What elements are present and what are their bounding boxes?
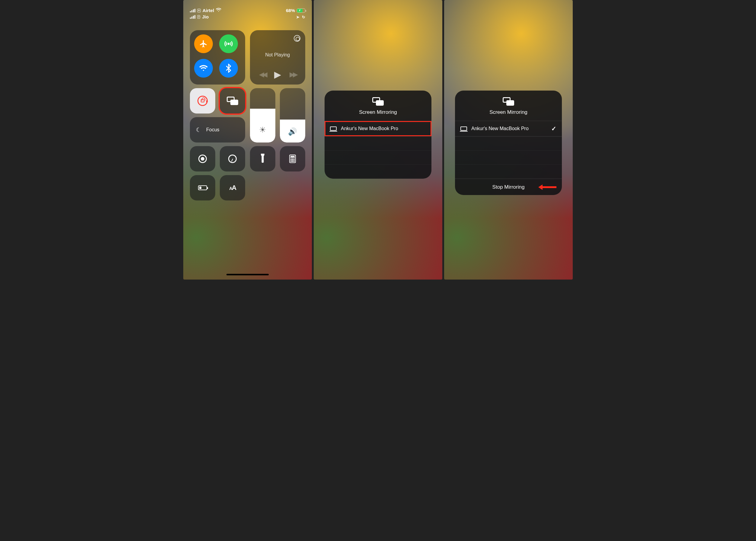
carrier2-label: Jio [202,14,209,19]
screen-mirroring-icon [372,97,384,106]
screen-mirroring-modal: Screen Mirroring Ankur's New MacBook Pro… [455,91,562,195]
sim2-badge: 2 [197,15,200,19]
lock-icon [201,99,204,102]
carrier1-label: Airtel [203,8,214,13]
volume-slider[interactable]: 🔊 [280,88,305,143]
charging-icon: ⚡︎ [299,9,301,12]
signal-bars-icon [190,15,195,19]
low-battery-icon [198,185,207,190]
wifi-toggle[interactable] [194,59,213,78]
media-controls-group[interactable]: Not Playing ◀◀ ▶ ▶▶ [250,30,305,85]
modal-title: Screen Mirroring [359,109,397,115]
device-row[interactable]: Ankur's New MacBook Pro [325,121,431,137]
screen-mirroring-icon [503,97,514,106]
cellular-data-toggle[interactable] [219,34,238,53]
svg-point-0 [228,43,229,45]
focus-button[interactable]: ☾ Focus [190,117,245,143]
text-size-button[interactable]: AA [220,175,245,201]
calculator-icon [289,155,296,163]
device-row-selected[interactable]: Ankur's New MacBook Pro ✓ [455,121,562,137]
stop-mirroring-button[interactable]: Stop Mirroring [455,179,562,195]
location-icon: ➤ [296,15,300,19]
mirror-active-screenshot: Screen Mirroring Ankur's New MacBook Pro… [444,0,573,279]
screen-record-button[interactable] [190,146,215,172]
screen-mirroring-button[interactable] [220,88,245,114]
home-indicator[interactable] [227,274,269,275]
laptop-icon [330,127,337,131]
laptop-icon [460,127,467,131]
record-icon [198,155,207,163]
airplay-icon[interactable] [294,35,301,42]
airplane-mode-toggle[interactable] [194,34,213,53]
bluetooth-toggle[interactable] [219,59,238,78]
focus-label: Focus [206,127,220,133]
sync-icon: ↻ [302,15,305,19]
flashlight-icon [260,154,266,164]
connectivity-group[interactable] [190,30,245,85]
battery-indicator: 68% ⚡︎ [286,8,305,13]
play-button[interactable]: ▶ [274,69,281,80]
device-name-label: Ankur's New MacBook Pro [471,126,529,131]
rotation-lock-toggle[interactable] [190,88,215,114]
forward-button[interactable]: ▶▶ [290,71,296,79]
empty-device-list [455,137,562,179]
sim1-badge: A [197,9,201,12]
empty-device-list [325,137,431,179]
sim2-row: 2 Jio [190,14,221,19]
volume-icon: 🔊 [288,127,297,136]
brightness-icon: ☀︎ [259,125,266,135]
screen-mirroring-icon [227,97,238,105]
checkmark-icon: ✓ [551,125,556,132]
signal-bars-icon [190,9,195,12]
brightness-slider[interactable]: ☀︎ [250,88,275,143]
stop-mirroring-label: Stop Mirroring [492,184,525,190]
timer-icon [228,155,237,163]
wifi-status-icon [216,8,221,13]
control-center-grid: Not Playing ◀◀ ▶ ▶▶ ☀︎ 🔊 ☾ Focus [190,30,305,201]
now-playing-label: Not Playing [255,52,301,58]
mirror-picker-screenshot: Screen Mirroring Ankur's New MacBook Pro [314,0,442,279]
calculator-button[interactable] [280,146,305,172]
annotation-arrow-icon [538,185,556,190]
low-power-button[interactable] [190,175,215,201]
modal-title: Screen Mirroring [489,109,527,115]
timer-button[interactable] [220,146,245,172]
status-bar: A Airtel 2 Jio 68% ⚡︎ ➤ ↻ [183,8,312,19]
flashlight-button[interactable] [250,146,275,172]
text-size-icon: AA [229,184,236,192]
battery-pct-label: 68% [286,8,295,13]
screen-mirroring-modal: Screen Mirroring Ankur's New MacBook Pro [325,91,431,179]
rewind-button[interactable]: ◀◀ [259,71,266,79]
device-name-label: Ankur's New MacBook Pro [341,126,398,131]
sim1-row: A Airtel [190,8,221,13]
moon-icon: ☾ [196,126,201,134]
control-center-screenshot: A Airtel 2 Jio 68% ⚡︎ ➤ ↻ [183,0,312,279]
